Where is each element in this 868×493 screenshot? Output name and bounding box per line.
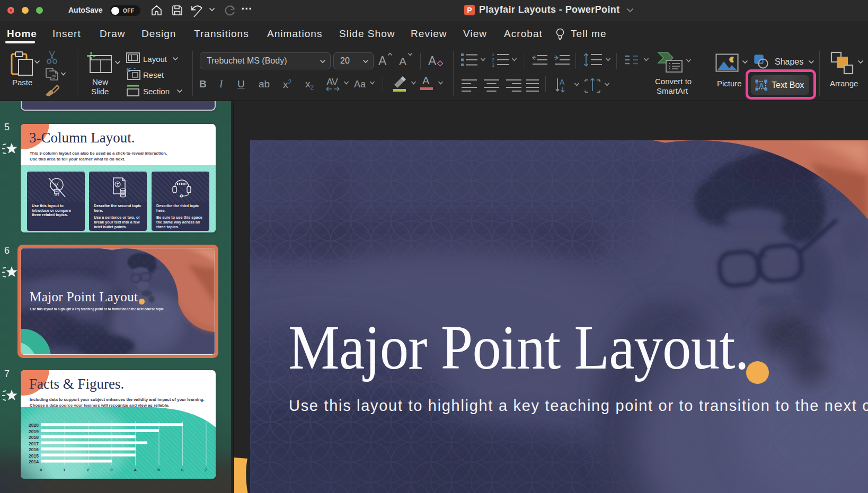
svg-text:1: 1 — [492, 52, 494, 57]
svg-text:A: A — [560, 78, 565, 86]
svg-text:3: 3 — [492, 62, 494, 67]
svg-text:A: A — [759, 82, 764, 89]
svg-text:2: 2 — [492, 57, 494, 62]
